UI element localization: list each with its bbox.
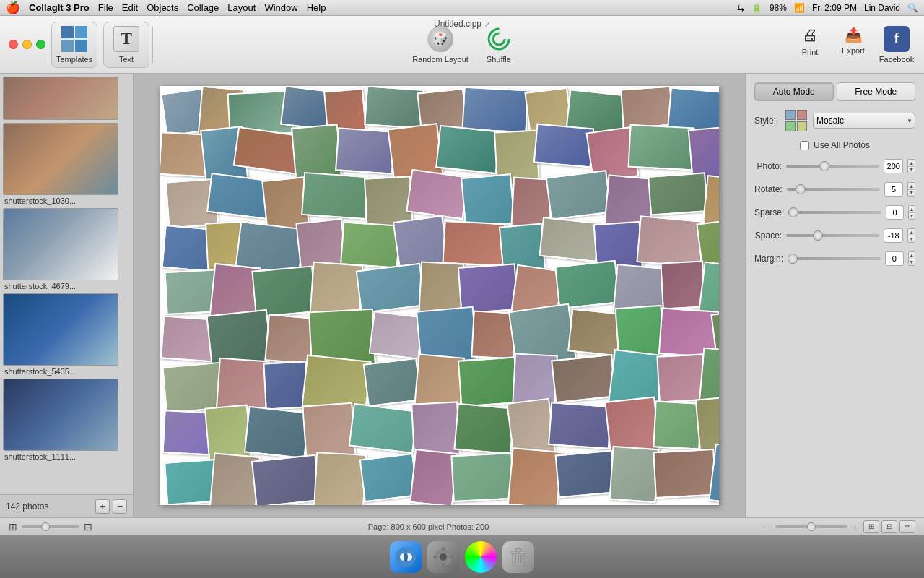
export-button[interactable]: 📤 Export xyxy=(834,26,872,64)
use-all-row: Use All Photos xyxy=(754,140,915,150)
free-mode-button[interactable]: Free Mode xyxy=(837,82,916,101)
scatter-photo[interactable] xyxy=(648,172,708,215)
sidebar-toggle-icon[interactable]: ⊞ xyxy=(9,521,17,532)
text-button[interactable]: T Text xyxy=(103,22,149,68)
scatter-photo[interactable] xyxy=(458,356,518,407)
scatter-photo[interactable] xyxy=(251,454,321,505)
scatter-photo[interactable] xyxy=(546,170,612,220)
scatter-photo[interactable] xyxy=(406,169,469,220)
scatter-photo[interactable] xyxy=(435,125,501,175)
remove-photo-button[interactable]: − xyxy=(113,499,127,514)
text-label: Text xyxy=(119,55,134,64)
zoom-out-icon[interactable]: − xyxy=(764,522,769,531)
scatter-photo[interactable] xyxy=(340,221,401,268)
zoom-slider[interactable] xyxy=(775,525,847,528)
rotate-stepper-up[interactable]: ▲ xyxy=(908,183,915,190)
scatter-photo[interactable] xyxy=(301,172,369,220)
scatter-photo[interactable] xyxy=(539,217,600,262)
minimize-button[interactable] xyxy=(22,40,32,49)
photo-slider[interactable] xyxy=(786,165,879,168)
menu-objects[interactable]: Objects xyxy=(147,2,178,13)
photo-label: shutterstock_4679... xyxy=(3,282,76,290)
list-item[interactable] xyxy=(3,77,130,120)
rotate-stepper-down[interactable]: ▼ xyxy=(908,190,915,197)
scatter-photo[interactable] xyxy=(609,446,659,503)
close-button[interactable] xyxy=(9,40,18,49)
list-item[interactable]: shutterstock_5435... xyxy=(3,293,130,376)
photo-stepper-up[interactable]: ▲ xyxy=(908,160,915,167)
scatter-photo[interactable] xyxy=(636,215,705,268)
scatter-photo[interactable] xyxy=(653,449,716,499)
scatter-photo[interactable] xyxy=(653,400,702,449)
margin-stepper-up[interactable]: ▲ xyxy=(909,252,915,259)
scatter-photo[interactable] xyxy=(442,220,505,267)
sparse-slider[interactable] xyxy=(788,211,881,214)
scatter-photo[interactable] xyxy=(533,124,594,168)
style-select[interactable]: Mosaic Grid Random Pile xyxy=(813,113,915,129)
scatter-photo[interactable] xyxy=(453,403,515,455)
dock-spectrum[interactable] xyxy=(465,541,497,573)
scatter-photo[interactable] xyxy=(244,406,310,460)
templates-button[interactable]: Templates xyxy=(51,22,97,68)
scatter-photo[interactable] xyxy=(461,173,515,228)
list-item[interactable]: shutterstock_4679... xyxy=(3,208,130,290)
rotate-slider[interactable] xyxy=(787,188,880,191)
zoom-in-icon[interactable]: + xyxy=(853,522,858,531)
space-stepper-down[interactable]: ▼ xyxy=(908,236,915,243)
random-layout-button[interactable]: 🎲 Random Layout xyxy=(412,26,468,64)
list-item[interactable]: shutterstock_1030... xyxy=(3,123,130,205)
scatter-photo[interactable] xyxy=(555,450,616,499)
scatter-photo[interactable] xyxy=(554,260,620,310)
space-slider[interactable] xyxy=(786,234,879,237)
scatter-photo[interactable] xyxy=(450,452,514,502)
apple-menu[interactable]: 🍎 xyxy=(6,1,20,14)
use-all-checkbox[interactable] xyxy=(800,141,809,150)
scatter-photo[interactable] xyxy=(548,402,612,449)
print-button[interactable]: 🖨 Print xyxy=(791,26,829,64)
app-name[interactable]: CollagIt 3 Pro xyxy=(29,2,90,13)
sparse-stepper-up[interactable]: ▲ xyxy=(909,206,915,213)
scatter-photo[interactable] xyxy=(461,87,528,134)
margin-slider[interactable] xyxy=(788,257,881,260)
scatter-photo[interactable] xyxy=(656,353,705,402)
menu-edit[interactable]: Edit xyxy=(122,2,138,13)
fit-view-icon[interactable]: ⊟ xyxy=(84,521,92,532)
search-icon[interactable]: 🔍 xyxy=(907,3,918,13)
scatter-photo[interactable] xyxy=(359,453,419,503)
list-item[interactable]: shutterstock_1111... xyxy=(3,379,130,461)
scatter-photo[interactable] xyxy=(206,173,272,220)
scatter-photo[interactable] xyxy=(335,127,396,174)
grid-view-button[interactable]: ⊞ xyxy=(863,520,879,533)
add-photo-button[interactable]: + xyxy=(95,499,110,514)
shuffle-button[interactable]: Shuffle xyxy=(486,26,512,64)
margin-stepper-down[interactable]: ▼ xyxy=(909,259,915,266)
maximize-button[interactable] xyxy=(36,40,45,49)
edit-view-button[interactable]: ✏ xyxy=(899,520,915,533)
scatter-photo[interactable] xyxy=(627,124,694,171)
photo-scatter xyxy=(160,86,719,505)
scatter-photo[interactable] xyxy=(356,263,426,314)
list-view-button[interactable]: ⊟ xyxy=(881,520,897,533)
thumbnail-size-slider[interactable] xyxy=(22,525,79,528)
sparse-stepper-down[interactable]: ▼ xyxy=(909,213,915,220)
photo-stepper-down[interactable]: ▼ xyxy=(908,167,915,173)
scatter-photo[interactable] xyxy=(363,358,422,407)
menu-collage[interactable]: Collage xyxy=(187,2,219,13)
menu-file[interactable]: File xyxy=(98,2,113,13)
auto-mode-button[interactable]: Auto Mode xyxy=(754,82,834,101)
toolbar-center: 🎲 Random Layout Shuffle xyxy=(412,26,512,64)
scatter-photo[interactable] xyxy=(551,354,616,404)
scatter-photo[interactable] xyxy=(620,86,674,129)
dock-finder[interactable] xyxy=(390,541,422,573)
menu-layout[interactable]: Layout xyxy=(227,2,256,13)
canvas-area[interactable] xyxy=(134,74,745,517)
menu-help[interactable]: Help xyxy=(307,2,326,13)
scatter-photo[interactable] xyxy=(364,86,424,129)
dock-trash[interactable] xyxy=(502,541,534,573)
space-stepper-up[interactable]: ▲ xyxy=(908,229,915,236)
menu-window[interactable]: Window xyxy=(264,2,297,13)
dock-system-prefs[interactable] xyxy=(427,541,459,573)
scatter-photo[interactable] xyxy=(349,403,419,454)
facebook-button[interactable]: f Facebook xyxy=(878,26,915,64)
collage-canvas[interactable] xyxy=(160,86,719,505)
